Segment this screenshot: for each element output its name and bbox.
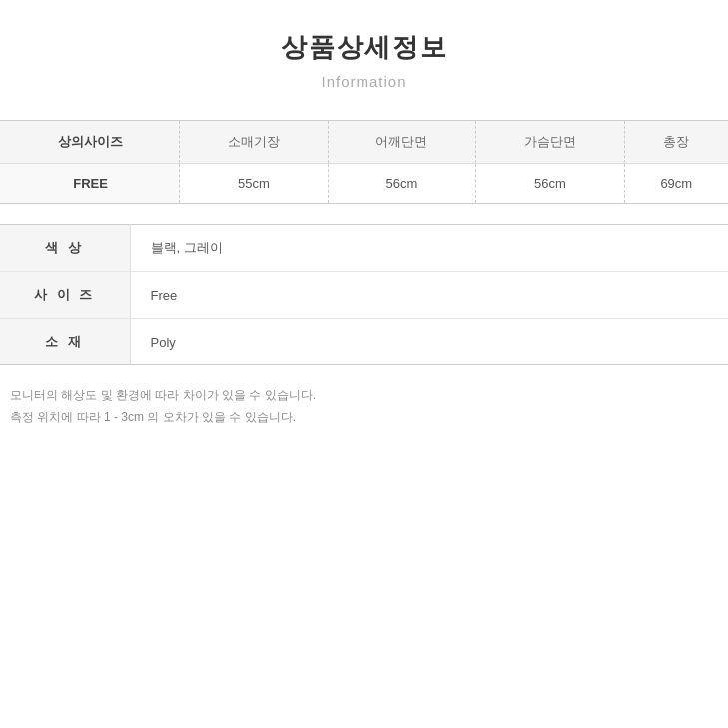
info-value-size: Free bbox=[130, 272, 728, 319]
page-title: 상품상세정보 bbox=[0, 30, 728, 65]
notes-section: 모니터의 해상도 및 환경에 따라 차이가 있을 수 있습니다. 측정 위치에 … bbox=[0, 385, 728, 428]
page-header: 상품상세정보 Information bbox=[0, 30, 728, 90]
size-col-header-4: 총장 bbox=[624, 121, 728, 164]
note-line-2: 측정 위치에 따라 1 - 3cm 의 오차가 있을 수 있습니다. bbox=[10, 407, 718, 429]
info-label-color: 색 상 bbox=[0, 225, 130, 272]
note-line-1: 모니터의 해상도 및 환경에 따라 차이가 있을 수 있습니다. bbox=[10, 385, 718, 407]
info-label-material: 소 재 bbox=[0, 319, 130, 365]
size-col-header-0: 상의사이즈 bbox=[0, 121, 180, 164]
page-container: 상품상세정보 Information 상의사이즈 소매기장 어깨단면 가슴단면 … bbox=[0, 30, 728, 428]
size-cell-0-1: 55cm bbox=[180, 164, 328, 204]
size-table-header-row: 상의사이즈 소매기장 어깨단면 가슴단면 총장 bbox=[0, 121, 728, 164]
size-cell-0-2: 56cm bbox=[328, 164, 475, 204]
size-cell-0-0: FREE bbox=[0, 164, 180, 204]
size-section: 상의사이즈 소매기장 어깨단면 가슴단면 총장 FREE 55cm 56cm 5… bbox=[0, 120, 728, 204]
info-value-color: 블랙, 그레이 bbox=[130, 225, 728, 272]
size-table-row: FREE 55cm 56cm 56cm 69cm bbox=[0, 164, 728, 204]
info-row-size: 사 이 즈 Free bbox=[0, 272, 728, 319]
size-cell-0-3: 56cm bbox=[476, 164, 624, 204]
size-table: 상의사이즈 소매기장 어깨단면 가슴단면 총장 FREE 55cm 56cm 5… bbox=[0, 120, 728, 204]
size-col-header-2: 어깨단면 bbox=[328, 121, 475, 164]
info-label-size: 사 이 즈 bbox=[0, 272, 130, 319]
info-row-color: 색 상 블랙, 그레이 bbox=[0, 225, 728, 272]
size-col-header-3: 가슴단면 bbox=[476, 121, 624, 164]
info-row-material: 소 재 Poly bbox=[0, 319, 728, 365]
info-value-material: Poly bbox=[130, 319, 728, 365]
size-cell-0-4: 69cm bbox=[624, 164, 728, 204]
info-section: 색 상 블랙, 그레이 사 이 즈 Free 소 재 Poly bbox=[0, 224, 728, 365]
info-table: 색 상 블랙, 그레이 사 이 즈 Free 소 재 Poly bbox=[0, 224, 728, 365]
size-col-header-1: 소매기장 bbox=[180, 121, 328, 164]
page-subtitle: Information bbox=[0, 73, 728, 90]
